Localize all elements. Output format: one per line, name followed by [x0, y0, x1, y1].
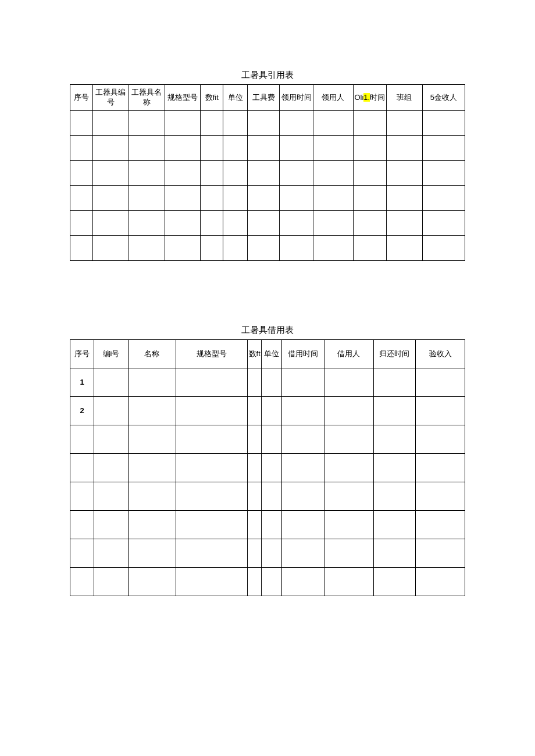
table-cell [70, 511, 94, 539]
table-cell [313, 161, 353, 186]
table-cell [223, 161, 248, 186]
table-cell [129, 161, 165, 186]
table-cell [201, 211, 223, 236]
table-cell [128, 425, 176, 454]
table-cell [282, 568, 324, 596]
t1-header-receive-time: 领用时间 [280, 85, 313, 111]
table-cell [94, 425, 129, 454]
table-cell [248, 425, 261, 454]
table-cell [422, 136, 465, 161]
t1-header-return-time: Oli1.时间 [353, 85, 387, 111]
table-cell [324, 482, 373, 511]
table-cell [261, 368, 281, 397]
t1-header-qty: 数fit [201, 85, 223, 111]
table-cell [313, 136, 353, 161]
t2-header-borrow-time: 借用时间 [282, 340, 324, 368]
table-cell [248, 111, 280, 136]
table-cell [176, 539, 248, 568]
t2-header-spec: 规格型号 [176, 340, 248, 368]
table-cell: 1 [70, 368, 94, 397]
t2-header-unit: 单位 [261, 340, 281, 368]
table-cell [313, 236, 353, 261]
table-cell [201, 111, 223, 136]
table-cell [201, 161, 223, 186]
table-cell [92, 136, 129, 161]
table-cell [248, 236, 280, 261]
table-cell [70, 482, 94, 511]
table-cell [129, 111, 165, 136]
table-cell [92, 111, 129, 136]
table-cell [94, 368, 129, 397]
table-cell [70, 539, 94, 568]
table-cell [201, 136, 223, 161]
t1-header-seq: 序号 [70, 85, 93, 111]
table-cell [70, 186, 93, 211]
table-cell [324, 539, 373, 568]
table-cell [248, 397, 261, 425]
table-cell [280, 236, 313, 261]
table-row [70, 454, 465, 482]
table-cell [176, 397, 248, 425]
table-cell [176, 368, 248, 397]
table-cell [94, 482, 129, 511]
table-cell [223, 186, 248, 211]
table-cell [387, 211, 423, 236]
table-cell [373, 425, 416, 454]
table-cell [223, 111, 248, 136]
table-cell [373, 511, 416, 539]
table-cell [313, 186, 353, 211]
table-cell [387, 111, 423, 136]
table-row [70, 211, 465, 236]
table-cell [324, 368, 373, 397]
table-cell [201, 186, 223, 211]
table-row: 2 [70, 397, 465, 425]
table1-header-row: 序号 工器具编号 工器具名称 规格型号 数fit 单位 工具费 领用时间 领用人… [70, 85, 465, 111]
table-cell [70, 236, 93, 261]
table-cell [223, 136, 248, 161]
t1-header-unit: 单位 [223, 85, 248, 111]
table-cell [261, 397, 281, 425]
table-cell [128, 511, 176, 539]
table-cell [70, 111, 93, 136]
table-cell [128, 454, 176, 482]
table-cell [324, 454, 373, 482]
table-row [70, 568, 465, 596]
table-cell [248, 368, 261, 397]
t2-header-return-time: 归还时间 [373, 340, 416, 368]
table-cell [92, 186, 129, 211]
t1-header-team: 班组 [387, 85, 423, 111]
table-cell [70, 136, 93, 161]
table-cell [70, 211, 93, 236]
table-cell [416, 539, 465, 568]
table-cell [280, 186, 313, 211]
table-cell [387, 161, 423, 186]
table-cell [280, 136, 313, 161]
table-cell [248, 539, 261, 568]
table-cell [282, 539, 324, 568]
table1-body [70, 111, 465, 261]
table-cell [129, 186, 165, 211]
t1-header-receiver: 领用人 [313, 85, 353, 111]
table-cell [223, 211, 248, 236]
table-cell [176, 482, 248, 511]
table-cell [201, 236, 223, 261]
t1-header-tool-no: 工器具编号 [92, 85, 129, 111]
t2-header-seq: 序号 [70, 340, 94, 368]
table-cell [387, 186, 423, 211]
table-cell [248, 211, 280, 236]
table-cell [416, 397, 465, 425]
t1-header-fee: 工具费 [248, 85, 280, 111]
table-cell [373, 568, 416, 596]
table-row [70, 482, 465, 511]
t1-h10-pre: Oli [354, 93, 363, 102]
table-cell [94, 454, 129, 482]
table-cell [353, 186, 387, 211]
table-cell [373, 539, 416, 568]
table-cell [94, 568, 129, 596]
table-cell [261, 454, 281, 482]
table-cell [416, 368, 465, 397]
table-cell [92, 211, 129, 236]
table-cell [387, 136, 423, 161]
table-cell [282, 482, 324, 511]
table1-title: 工暑具引用表 [70, 70, 465, 81]
